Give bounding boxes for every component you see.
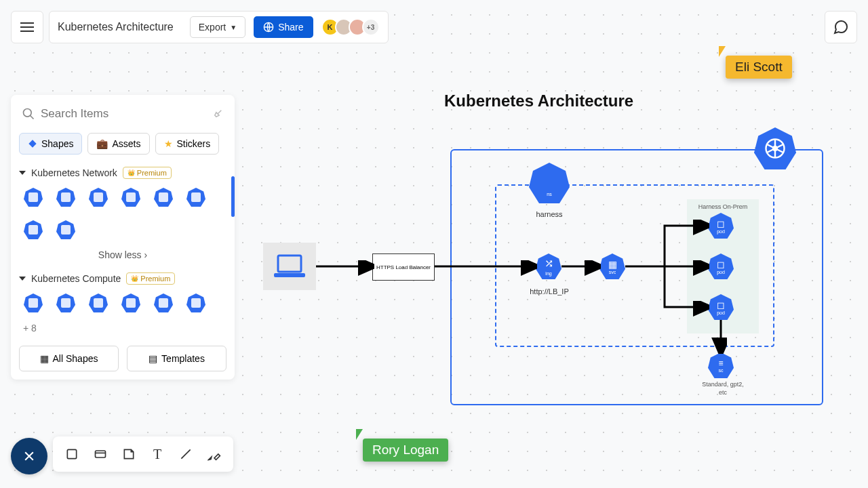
ing-text: ing (545, 271, 551, 276)
templates-icon: ▤ (149, 353, 157, 364)
tab-assets[interactable]: 💼Assets (87, 133, 149, 155)
panel-actions: ▦All Shapes ▤Templates (19, 346, 226, 371)
k8s-logo-icon[interactable] (754, 127, 796, 169)
k8s-shape-ep[interactable] (23, 187, 43, 207)
hamburger-icon (20, 22, 34, 32)
card-icon (94, 447, 107, 461)
pin-icon[interactable] (209, 105, 226, 122)
search-input[interactable] (41, 107, 206, 121)
tool-text[interactable]: T (145, 442, 170, 466)
diagram-title[interactable]: Kubernetes Architecture (444, 92, 633, 110)
section-network-label: Kubernetes Network (31, 167, 117, 178)
svg-line-2 (31, 116, 34, 119)
templates-button[interactable]: ▤Templates (127, 346, 226, 371)
panel-tabs: Shapes 💼Assets ★Stickers (19, 133, 226, 155)
k8s-shape-rs[interactable] (153, 293, 174, 313)
pod2-text: pod (717, 270, 725, 274)
shapes-panel: Shapes 💼Assets ★Stickers Kubernetes Netw… (11, 95, 235, 380)
ns-text: ns (547, 192, 551, 197)
tool-pen[interactable] (202, 442, 226, 466)
section-compute[interactable]: Kubernetes Compute 👑Premium (19, 272, 226, 285)
ing-label: http://LB_IP (519, 287, 579, 296)
chevron-down-icon: ▼ (230, 24, 237, 31)
pod1-text: pod (717, 229, 725, 234)
k8s-shape-job[interactable] (121, 293, 141, 313)
compute-shapes (19, 293, 226, 313)
svg-rect-19 (274, 273, 305, 277)
k8s-shape-deploy[interactable] (56, 293, 76, 313)
more-shapes-count[interactable]: + 8 (19, 323, 226, 333)
client-laptop[interactable] (263, 243, 316, 290)
k8s-shape-sts[interactable] (186, 293, 206, 313)
star-icon: ★ (164, 138, 173, 149)
k8s-shape-netpol[interactable] (88, 187, 108, 207)
search-row (19, 103, 226, 125)
search-icon (22, 107, 35, 121)
grid-icon: ▦ (40, 353, 49, 364)
sc-label: Standard, gpt2, etc (700, 381, 746, 396)
close-fab[interactable] (11, 438, 47, 474)
svc-text: svc (609, 270, 616, 274)
tool-line[interactable] (174, 442, 198, 466)
tab-shapes[interactable]: Shapes (19, 133, 82, 155)
text-icon: T (153, 447, 161, 462)
tool-sticky[interactable] (117, 442, 141, 466)
tab-stickers-label: Stickers (177, 138, 211, 149)
node-sc[interactable]: ≡sc (708, 352, 734, 378)
node-ns[interactable]: ns (529, 163, 570, 203)
svg-rect-18 (278, 256, 301, 272)
cursor-eli: Eli Scott (726, 56, 792, 79)
premium-badge: 👑Premium (123, 167, 172, 179)
pod3-text: pod (717, 310, 725, 315)
sticky-icon (122, 447, 136, 461)
k8s-shape-ds[interactable] (88, 293, 108, 313)
k8s-shape-pod[interactable] (23, 293, 43, 313)
node-ing[interactable]: ⤮ing (536, 253, 561, 279)
tool-rect[interactable] (60, 442, 84, 466)
ns-label: harness (522, 210, 576, 218)
premium-label: Premium (137, 169, 167, 177)
panel-scrollbar[interactable] (231, 176, 235, 217)
chat-button[interactable] (825, 11, 857, 43)
network-shapes (19, 187, 226, 240)
menu-button[interactable] (11, 11, 43, 43)
svg-rect-6 (67, 449, 76, 458)
templates-label: Templates (161, 353, 205, 364)
show-less-button[interactable]: Show less › (19, 249, 226, 260)
node-pod-2[interactable]: ◻pod (708, 253, 734, 279)
all-shapes-label: All Shapes (53, 353, 98, 364)
node-pod-1[interactable]: ◻pod (708, 213, 734, 239)
top-bar: Kubernetes Architecture Export ▼ Share K… (11, 11, 389, 43)
chat-icon (833, 19, 849, 35)
export-button[interactable]: Export ▼ (190, 16, 245, 38)
svg-line-9 (181, 449, 190, 458)
laptop-icon (273, 253, 307, 280)
node-pod-3[interactable]: ◻pod (708, 294, 734, 320)
close-icon (22, 449, 36, 463)
premium-badge: 👑Premium (126, 272, 175, 285)
document-title[interactable]: Kubernetes Architecture (58, 21, 182, 33)
tab-assets-label: Assets (112, 138, 140, 149)
section-compute-label: Kubernetes Compute (31, 273, 121, 284)
node-svc[interactable]: ▦svc (599, 253, 625, 279)
onprem-label: Harness On-Prem (687, 203, 759, 210)
share-button[interactable]: Share (254, 16, 313, 38)
k8s-shape-ing[interactable] (56, 187, 76, 207)
k8s-shape-8[interactable] (56, 220, 76, 240)
cursor-rory: Rory Logan (363, 439, 448, 462)
export-label: Export (199, 22, 226, 33)
tab-stickers[interactable]: ★Stickers (155, 133, 220, 155)
load-balancer[interactable]: HTTPS Load Balancer (372, 253, 435, 281)
k8s-shape-6[interactable] (186, 187, 206, 207)
avatar-more[interactable]: +3 (362, 18, 380, 36)
k8s-shape-5[interactable] (153, 187, 174, 207)
line-icon (179, 447, 193, 461)
globe-icon (263, 22, 274, 33)
tab-shapes-label: Shapes (41, 138, 73, 149)
tool-card[interactable] (88, 442, 113, 466)
collaborator-avatars[interactable]: K +3 (321, 18, 380, 36)
all-shapes-button[interactable]: ▦All Shapes (19, 346, 119, 371)
k8s-shape-svc[interactable] (121, 187, 141, 207)
section-network[interactable]: Kubernetes Network 👑Premium (19, 167, 226, 179)
k8s-shape-7[interactable] (23, 220, 43, 240)
